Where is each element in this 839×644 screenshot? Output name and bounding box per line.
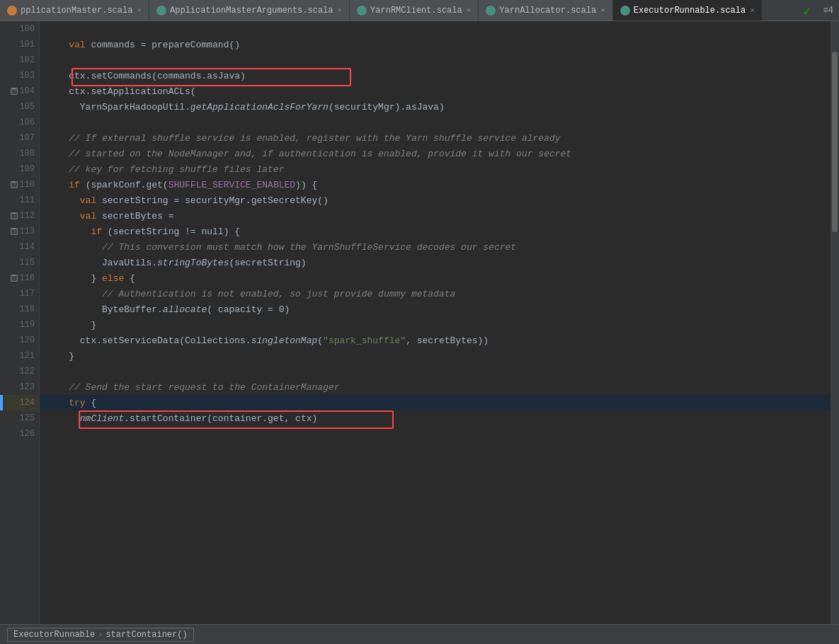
- line-number-117: 117: [0, 286, 39, 301]
- fold-icon-112[interactable]: [11, 212, 18, 219]
- plain-token: ByteBuffer.: [102, 304, 163, 315]
- tab-close-5[interactable]: ×: [750, 6, 755, 15]
- line-num-text-107: 107: [19, 133, 35, 143]
- line-num-text-106: 106: [19, 117, 35, 127]
- code-line-118: ByteBuffer.allocate( capacity = 0): [40, 301, 839, 317]
- comment-token: // Authentication is not enabled, so jus…: [102, 289, 455, 299]
- line-number-121: 121: [0, 348, 39, 364]
- tab-icon-5: [620, 6, 630, 16]
- plain-token: [47, 289, 102, 299]
- line-number-123: 123: [0, 379, 39, 395]
- tab-applicationmasterargs[interactable]: ApplicationMasterArguments.scala ×: [149, 0, 350, 21]
- line-number-106: 106: [0, 115, 39, 130]
- tab-applicationmaster[interactable]: pplicationMaster.scala ×: [0, 0, 149, 21]
- plain-token: commands = prepareCommand(): [86, 40, 240, 50]
- plain-token: [47, 211, 80, 222]
- plain-token: [47, 102, 80, 113]
- code-line-100: [40, 21, 839, 37]
- plain-token: [47, 304, 102, 315]
- plain-token: {: [86, 398, 97, 408]
- plain-token: YarnSparkHadoopUtil.: [80, 102, 190, 113]
- line-number-120: 120: [0, 333, 39, 348]
- line-number-118: 118: [0, 301, 39, 317]
- tab-close-4[interactable]: ×: [600, 6, 605, 15]
- line-number-126: 126: [0, 426, 39, 442]
- plain-token: [47, 398, 69, 408]
- line-number-112: 112: [0, 208, 39, 224]
- tab-close-3[interactable]: ×: [467, 6, 472, 15]
- plain-token: [47, 180, 69, 190]
- scrollbar-track[interactable]: [831, 21, 839, 624]
- line-number-114: 114: [0, 239, 39, 255]
- plain-token: [47, 351, 69, 362]
- line-number-113: 113: [0, 224, 39, 239]
- fold-icon-104[interactable]: [11, 88, 18, 95]
- line-number-108: 108: [0, 146, 39, 161]
- line-number-102: 102: [0, 52, 39, 68]
- plain-token: [47, 71, 69, 81]
- code-line-103: ctx.setCommands(commands.asJava): [40, 68, 839, 84]
- code-line-101: val commands = prepareCommand(): [40, 37, 839, 52]
- line-num-text-126: 126: [19, 429, 35, 439]
- tab-overflow-button[interactable]: ≡4: [818, 0, 839, 21]
- tab-bar: pplicationMaster.scala × ApplicationMast…: [0, 0, 839, 21]
- code-area[interactable]: val commands = prepareCommand() ctx.setC…: [40, 21, 839, 624]
- keyword-token: if: [69, 180, 80, 190]
- line-number-110: 110: [0, 177, 39, 192]
- line-number-109: 109: [0, 161, 39, 177]
- line-num-text-119: 119: [19, 320, 35, 330]
- code-line-114: // This conversion must match how the Ya…: [40, 239, 839, 255]
- plain-token: secretString = securityMgr.getSecretKey(…: [96, 195, 329, 206]
- line-num-text-105: 105: [19, 102, 35, 112]
- tab-executorrunnable[interactable]: ExecutorRunnable.scala ×: [613, 0, 763, 21]
- fold-icon-110[interactable]: [11, 181, 18, 188]
- plain-token: [47, 149, 69, 159]
- keyword-token: val: [80, 211, 96, 222]
- plain-token: [47, 242, 102, 253]
- code-line-110: if (sparkConf.get(SHUFFLE_SERVICE_ENABLE…: [40, 177, 839, 192]
- comment-token: // started on the NodeManager and, if au…: [69, 149, 571, 159]
- plain-token: }: [91, 273, 102, 284]
- plain-token: (sparkConf.get(: [80, 180, 169, 190]
- plain-token: ctx.setApplicationACLs(: [69, 86, 195, 97]
- string-token: "spark_shuffle": [323, 335, 406, 346]
- line-num-text-116: 116: [19, 273, 35, 283]
- tab-close-1[interactable]: ×: [137, 6, 142, 15]
- tab-yarnallocator[interactable]: YarnAllocator.scala ×: [479, 0, 612, 21]
- line-num-text-120: 120: [19, 335, 35, 345]
- tab-yarnrmclient[interactable]: YarnRMClient.scala ×: [350, 0, 479, 21]
- method-token: getApplicationAclsForYarn: [190, 102, 329, 113]
- fold-icon-113[interactable]: [11, 228, 18, 235]
- line-number-100: 100: [0, 21, 39, 37]
- code-line-113: if (secretString != null) {: [40, 224, 839, 239]
- code-line-115: JavaUtils.stringToBytes(secretString): [40, 255, 839, 270]
- line-number-124: 124: [0, 395, 39, 410]
- code-line-125: nmClient.startContainer(container.get, c…: [40, 410, 839, 426]
- keyword-token: else: [102, 273, 124, 284]
- plain-token: (: [317, 335, 323, 346]
- editor-container: 1001011021031041051061071081091101111121…: [0, 21, 839, 624]
- tab-close-2[interactable]: ×: [337, 6, 342, 15]
- scrollbar-thumb[interactable]: [832, 52, 838, 233]
- breadcrumb: ExecutorRunnable › startContainer(): [7, 628, 194, 642]
- tab-label-1: pplicationMaster.scala: [21, 6, 132, 16]
- plain-token: (secretString != null) {: [102, 226, 240, 237]
- code-line-121: }: [40, 348, 839, 364]
- code-line-126: [40, 426, 839, 442]
- ref-token: nmClient: [80, 413, 124, 424]
- line-num-text-112: 112: [19, 211, 35, 221]
- code-line-119: }: [40, 317, 839, 333]
- line-num-text-122: 122: [19, 367, 35, 376]
- line-number-107: 107: [0, 130, 39, 146]
- plain-token: (secretString): [229, 258, 306, 268]
- plain-token: [47, 164, 69, 175]
- plain-token: [47, 40, 69, 50]
- tab-label-2: ApplicationMasterArguments.scala: [170, 6, 333, 16]
- plain-token: [47, 382, 69, 393]
- plain-token: [47, 226, 91, 237]
- plain-token: {: [124, 273, 135, 284]
- fold-icon-116[interactable]: [11, 275, 18, 282]
- code-line-120: ctx.setServiceData(Collections.singleton…: [40, 333, 839, 348]
- line-num-text-110: 110: [19, 180, 35, 190]
- plain-token: [47, 258, 102, 268]
